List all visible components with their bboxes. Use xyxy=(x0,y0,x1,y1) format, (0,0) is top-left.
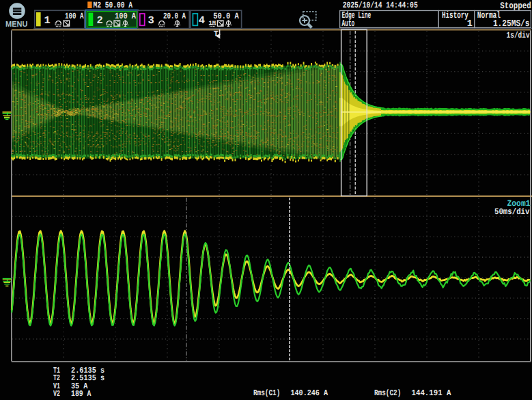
svg-text:100 A: 100 A xyxy=(115,12,136,21)
svg-text:50ms/div: 50ms/div xyxy=(494,207,530,217)
svg-text:1.25MS/s: 1.25MS/s xyxy=(493,19,530,29)
svg-text:4: 4 xyxy=(199,14,205,27)
svg-text:100 A: 100 A xyxy=(65,12,84,21)
svg-text:Stopped: Stopped xyxy=(500,1,531,11)
svg-text:1s/div: 1s/div xyxy=(507,31,530,40)
svg-text:Rms(C2): Rms(C2) xyxy=(374,388,401,398)
svg-text:2025/10/14 14:44:05: 2025/10/14 14:44:05 xyxy=(343,1,418,10)
svg-text:1: 1 xyxy=(44,14,51,27)
svg-text:Rms(C1): Rms(C1) xyxy=(253,388,280,398)
svg-text:MENU: MENU xyxy=(5,21,27,29)
svg-text:Auto: Auto xyxy=(342,19,355,29)
svg-text:50.0 A: 50.0 A xyxy=(213,12,239,21)
svg-text:1M: 1M xyxy=(209,20,216,27)
svg-text:144.191 A: 144.191 A xyxy=(412,388,452,398)
svg-text:1: 1 xyxy=(467,19,473,29)
svg-text:V2: V2 xyxy=(53,389,60,399)
svg-text:2: 2 xyxy=(96,14,102,27)
svg-text:M2 50.00 A: M2 50.00 A xyxy=(94,1,133,10)
svg-text:140.246 A: 140.246 A xyxy=(291,388,328,398)
svg-text:20.0 A: 20.0 A xyxy=(163,12,186,21)
svg-text:History: History xyxy=(442,11,468,21)
svg-text:3: 3 xyxy=(148,14,154,27)
svg-text:189 A: 189 A xyxy=(71,389,92,399)
svg-text:T: T xyxy=(214,29,219,39)
